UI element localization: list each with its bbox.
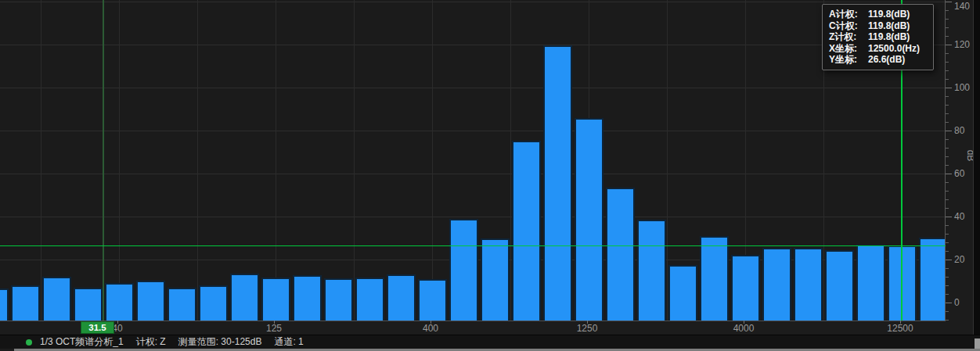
- gridline-horizontal: [0, 131, 946, 131]
- y-axis-tick: [946, 260, 952, 260]
- y-axis-tick: [946, 139, 949, 140]
- spectrum-bar-800[interactable]: [512, 141, 541, 321]
- spectrum-bar-1250[interactable]: [575, 118, 603, 321]
- spectrum-bar-2500[interactable]: [668, 265, 697, 321]
- chart-plot-area[interactable]: [0, 0, 946, 321]
- x-axis-label: 4000: [720, 323, 767, 334]
- y-axis-tick: [946, 122, 949, 123]
- spectrum-bar-25[interactable]: [42, 277, 71, 321]
- spectrum-bar-250[interactable]: [355, 278, 384, 321]
- spectrum-bar-16[interactable]: [0, 288, 9, 321]
- spectrum-bar-200[interactable]: [324, 278, 353, 321]
- x-axis-label: 125: [250, 323, 297, 334]
- y-axis-tick: [946, 131, 952, 131]
- band-cursor-badge[interactable]: 31.5: [81, 321, 114, 334]
- tooltip-row: X坐标:12500.0(Hz): [829, 43, 928, 55]
- y-axis-tick: [946, 303, 952, 303]
- spectrum-bar-20[interactable]: [11, 285, 40, 321]
- y-axis-tick: [946, 105, 949, 106]
- gridline-vertical: [41, 0, 41, 321]
- gridline-vertical: [119, 0, 120, 321]
- spectrum-bar-40[interactable]: [105, 283, 134, 321]
- spectrum-bar-4000[interactable]: [731, 255, 760, 321]
- tooltip-row: Y坐标:26.6(dB): [829, 54, 928, 66]
- status-bar: 1/3 OCT频谱分析_1 计权: Z 测量范围: 30-125dB 通道: 1: [0, 335, 980, 349]
- y-axis-tick: [946, 199, 949, 200]
- measure-range-info: 测量范围: 30-125dB: [178, 335, 262, 349]
- y-axis-line: [945, 0, 946, 321]
- y-axis-tick: [946, 174, 952, 174]
- y-axis-tick: [946, 242, 949, 243]
- y-axis-tick: [946, 36, 949, 37]
- spectrum-bar-160[interactable]: [293, 275, 322, 321]
- y-axis-tick: [946, 277, 949, 278]
- spectrum-bar-100[interactable]: [230, 274, 259, 321]
- y-axis-tick: [946, 225, 949, 226]
- spectrum-bar-8000[interactable]: [825, 250, 854, 321]
- spectrum-analyzer-window: 401254001250400012500 140120100806040200…: [0, 0, 980, 351]
- spectrum-bar-125[interactable]: [261, 278, 290, 321]
- spectrum-bar-2000[interactable]: [637, 220, 666, 321]
- y-axis-tick: [946, 62, 949, 63]
- spectrum-bar-50[interactable]: [136, 281, 165, 321]
- y-axis-tick: [946, 191, 949, 192]
- gridline-horizontal: [0, 88, 946, 88]
- vertical-scrollbar-thumb[interactable]: [975, 338, 980, 349]
- gridline-vertical: [354, 0, 355, 321]
- y-axis-tick: [946, 320, 949, 321]
- tooltip-value: 119.8(dB): [868, 31, 928, 43]
- weighting-info: 计权: Z: [136, 335, 166, 349]
- y-axis-tick: [946, 45, 952, 45]
- y-axis-tick: [946, 182, 949, 183]
- spectrum-bar-1600[interactable]: [606, 188, 635, 321]
- spectrum-bar-1000[interactable]: [543, 45, 572, 321]
- tooltip-row: A计权:119.8(dB): [829, 9, 928, 20]
- tooltip-label: Y坐标:: [829, 54, 868, 66]
- y-axis-tick: [946, 156, 949, 157]
- spectrum-bar-10000[interactable]: [856, 245, 885, 321]
- gridline-horizontal: [0, 45, 946, 45]
- y-axis-tick: [946, 268, 949, 269]
- x-axis-line: [0, 321, 946, 321]
- channel-info: 通道: 1: [274, 335, 303, 349]
- tooltip-value: 26.6(dB): [868, 54, 928, 66]
- right-edge-strip: [974, 0, 980, 351]
- gridline-horizontal: [0, 217, 946, 217]
- gridline-vertical: [276, 0, 276, 321]
- spectrum-bar-315[interactable]: [387, 274, 416, 321]
- y-axis-tick: [946, 217, 952, 217]
- gridline-horizontal: [0, 174, 946, 174]
- y-axis-tick: [946, 234, 949, 235]
- spectrum-bar-630[interactable]: [481, 238, 510, 321]
- gridline-vertical: [197, 0, 198, 321]
- spectrum-bar-3150[interactable]: [700, 236, 729, 321]
- y-axis-tick: [946, 79, 949, 80]
- spectrum-bar-80[interactable]: [199, 285, 228, 321]
- spectrum-bar-500[interactable]: [449, 219, 478, 321]
- y-axis-tick: [946, 294, 949, 295]
- y-axis-tick: [946, 311, 949, 312]
- spectrum-bar-400[interactable]: [418, 279, 447, 321]
- x-axis-label: 400: [407, 323, 454, 334]
- y-axis-tick: [946, 70, 949, 71]
- y-axis-tick: [946, 27, 949, 28]
- x-axis-label: 12500: [877, 323, 924, 334]
- y-axis-tick: [946, 10, 949, 11]
- gridline-vertical: [432, 0, 433, 321]
- spectrum-bar-63[interactable]: [168, 288, 196, 321]
- spectrum-bar-6300[interactable]: [794, 248, 823, 321]
- spectrum-bar-5000[interactable]: [762, 248, 791, 321]
- y-axis-tick: [946, 251, 949, 252]
- tooltip-value: 119.8(dB): [868, 20, 928, 32]
- analysis-title: 1/3 OCT频谱分析_1: [40, 335, 124, 349]
- channel-status-dot: [26, 339, 32, 346]
- spectrum-bar-16000[interactable]: [919, 238, 946, 321]
- tooltip-row: Z计权:119.8(dB): [829, 31, 928, 43]
- x-axis-label: 1250: [564, 323, 611, 334]
- spectrum-bar-31.5[interactable]: [74, 288, 103, 321]
- gridline-horizontal: [0, 2, 946, 2]
- y-axis-tick: [946, 96, 949, 97]
- crosshair-horizontal-line[interactable]: [0, 245, 946, 246]
- y-axis-tick: [946, 148, 949, 149]
- band-cursor-line[interactable]: [103, 0, 104, 321]
